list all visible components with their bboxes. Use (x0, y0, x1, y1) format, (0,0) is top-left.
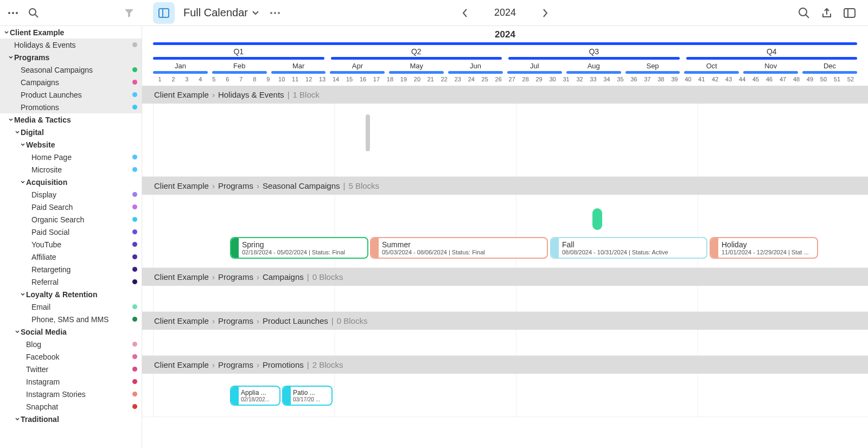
tree-item[interactable]: Programs (0, 51, 142, 63)
tree-item[interactable]: Acquisition (0, 176, 142, 188)
tree-item[interactable]: Home Page (0, 151, 142, 163)
block-handle[interactable] (551, 238, 559, 258)
next-year-button[interactable] (538, 5, 553, 21)
tree-root-label: Client Example (10, 28, 137, 37)
tree-item[interactable]: YouTube (0, 238, 142, 251)
search-main-icon[interactable] (796, 5, 812, 21)
breadcrumb: Client Example (154, 316, 209, 325)
block-handle[interactable] (231, 238, 239, 258)
week-12: 12 (302, 76, 316, 82)
quarter-q1[interactable]: Q1 (153, 47, 324, 60)
month-mar[interactable]: Mar (271, 62, 326, 74)
month-jan[interactable]: Jan (153, 62, 208, 74)
month-feb[interactable]: Feb (212, 62, 267, 74)
tree-item[interactable]: Digital (0, 126, 142, 138)
tree-item[interactable]: Microsite (0, 163, 142, 176)
tree-item[interactable]: Product Launches (0, 88, 142, 101)
tree-item[interactable]: Phone, SMS and MMS (0, 313, 142, 325)
svg-point-1 (12, 12, 14, 14)
tree-item[interactable]: Paid Search (0, 201, 142, 213)
lane-header[interactable]: Client Example›Programs›Product Launches… (142, 312, 868, 330)
scrollbar-thumb[interactable] (366, 114, 370, 151)
filter-icon[interactable] (122, 5, 137, 21)
week-47: 47 (776, 76, 790, 82)
tree-item[interactable]: Website (0, 138, 142, 151)
tree-item[interactable]: Facebook (0, 350, 142, 363)
month-jul[interactable]: Jul (507, 62, 562, 74)
tree-item[interactable]: Affiliate (0, 251, 142, 263)
block-handle[interactable] (711, 238, 718, 258)
tree-item[interactable]: Twitter (0, 363, 142, 375)
view-more-icon[interactable] (267, 5, 283, 21)
calendar-block[interactable]: Spring02/18/2024 - 05/02/2024 | Status: … (230, 237, 368, 259)
month-dec[interactable]: Dec (802, 62, 857, 74)
tree-item[interactable]: Loyalty & Retention (0, 288, 142, 300)
week-31: 31 (559, 76, 573, 82)
tree-item[interactable]: Media & Tactics (0, 113, 142, 126)
svg-point-9 (278, 12, 280, 14)
tree-item-label: Email (31, 303, 132, 311)
lane-header[interactable]: Client Example›Programs›Promotions|2 Blo… (142, 356, 868, 374)
prev-year-button[interactable] (457, 5, 473, 21)
share-icon[interactable] (819, 5, 834, 21)
calendar-block[interactable]: Applia ...02/18/202... (230, 386, 280, 406)
quarter-q2[interactable]: Q2 (331, 47, 502, 60)
year-bar (153, 42, 857, 45)
month-oct[interactable]: Oct (684, 62, 739, 74)
quarter-q4[interactable]: Q4 (686, 47, 858, 60)
tree-item[interactable]: Blog (0, 338, 142, 350)
campaign-pill[interactable] (592, 208, 602, 230)
tree-item[interactable]: Social Media (0, 325, 142, 338)
tree-item[interactable]: Retargeting (0, 263, 142, 276)
tree-item[interactable]: Display (0, 188, 142, 201)
view-selector[interactable]: Full Calendar (183, 7, 259, 19)
lane-header[interactable]: Client Example›Programs›Seasonal Campaig… (142, 177, 868, 195)
week-28: 28 (519, 76, 532, 82)
month-jun[interactable]: Jun (448, 62, 503, 74)
month-may[interactable]: May (389, 62, 444, 74)
tree-item-label: Snapchat (26, 402, 132, 411)
tree-item[interactable]: Seasonal Campaigns (0, 63, 142, 76)
tree-item[interactable]: Referral (0, 276, 142, 288)
tree-root[interactable]: Client Example (0, 26, 142, 39)
block-handle[interactable] (283, 387, 291, 405)
week-42: 42 (709, 76, 722, 82)
tree-item[interactable]: Campaigns (0, 76, 142, 88)
tree-item-label: Display (31, 190, 132, 199)
week-13: 13 (316, 76, 329, 82)
tree-item-label: Home Page (31, 153, 132, 162)
month-sep[interactable]: Sep (626, 62, 680, 74)
week-23: 23 (451, 76, 464, 82)
lane-header[interactable]: Client Example›Holidays & Events|1 Block (142, 86, 868, 104)
timeline-year: 2024 (142, 26, 868, 41)
chevron-down-icon (252, 11, 259, 15)
calendar-block[interactable]: Summer05/03/2024 - 08/06/2024 | Status: … (370, 237, 548, 259)
block-count: 0 Blocks (312, 272, 343, 281)
lane-header[interactable]: Client Example›Programs›Campaigns|0 Bloc… (142, 268, 868, 286)
more-icon[interactable] (5, 5, 21, 21)
tree-item[interactable]: Email (0, 300, 142, 313)
tree-item[interactable]: Holidays & Events (0, 39, 142, 51)
tree-item[interactable]: Paid Social (0, 226, 142, 238)
caret-icon (20, 143, 26, 147)
tree-item[interactable]: Traditional (0, 413, 142, 425)
calendar-block[interactable]: Patio ...03/17/20 ... (282, 386, 333, 406)
block-handle[interactable] (371, 238, 379, 258)
month-apr[interactable]: Apr (330, 62, 385, 74)
month-nov[interactable]: Nov (743, 62, 798, 74)
month-aug[interactable]: Aug (566, 62, 621, 74)
quarter-q3[interactable]: Q3 (508, 47, 680, 60)
tree-item[interactable]: Instagram Stories (0, 388, 142, 400)
block-title: Summer (382, 240, 542, 249)
tree-item[interactable]: Instagram (0, 375, 142, 388)
search-icon[interactable] (26, 5, 41, 21)
calendar-block[interactable]: Holiday11/01/2024 - 12/29/2024 | Stat ..… (710, 237, 818, 259)
block-handle[interactable] (231, 387, 239, 405)
calendar-block[interactable]: Fall08/08/2024 - 10/31/2024 | Status: Ac… (550, 237, 707, 259)
tree-item[interactable]: Promotions (0, 101, 142, 113)
tree-item[interactable]: Organic Search (0, 213, 142, 226)
panel-toggle-icon[interactable] (842, 5, 857, 21)
view-mode-icon[interactable] (153, 2, 175, 24)
tree-item[interactable]: Snapchat (0, 400, 142, 413)
tree-item-label: Campaigns (21, 78, 132, 87)
